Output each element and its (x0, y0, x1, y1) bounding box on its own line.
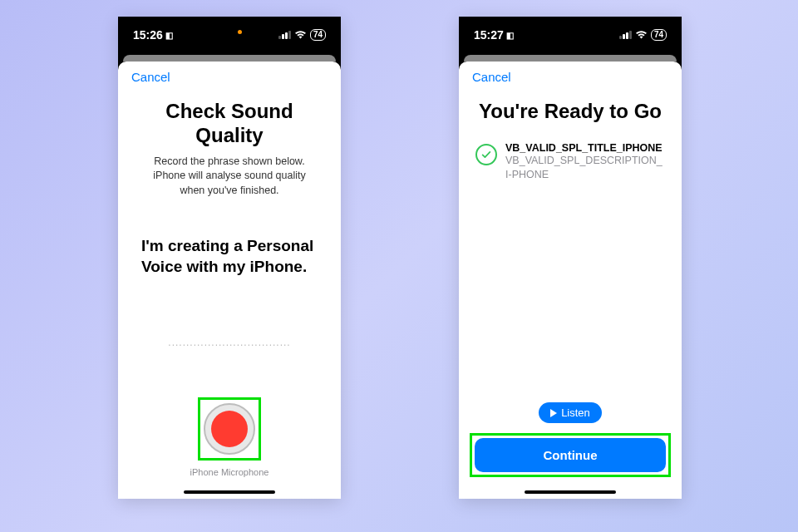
play-icon (550, 409, 557, 417)
sheet-background-peek (118, 53, 341, 62)
record-icon (211, 411, 248, 447)
validation-result-row: VB_VALID_SPL_TITLE_IPHONE VB_VALID_SPL_D… (459, 131, 682, 182)
location-icon: ◧ (506, 31, 514, 40)
status-bar: 15:26 ◧ 74 (118, 17, 341, 53)
wifi-icon (294, 28, 307, 42)
listen-button[interactable]: Listen (539, 402, 602, 423)
cellular-signal-icon (278, 31, 291, 39)
waveform-placeholder: .................................. (118, 337, 341, 348)
status-time: 15:26 (133, 28, 163, 42)
battery-indicator: 74 (651, 29, 667, 41)
checkmark-icon (475, 144, 497, 165)
phone-screenshot-left: 15:26 ◧ 74 Cancel Check Sound Quality Re… (118, 17, 341, 499)
record-button[interactable] (204, 403, 255, 455)
recording-phrase: I'm creating a Personal Voice with my iP… (118, 198, 341, 277)
wifi-icon (635, 28, 648, 42)
page-title: Check Sound Quality (118, 88, 341, 155)
home-indicator[interactable] (184, 490, 275, 494)
sheet-background-peek (459, 53, 682, 62)
cancel-button[interactable]: Cancel (131, 70, 170, 84)
tutorial-highlight (198, 397, 261, 461)
cancel-button[interactable]: Cancel (472, 70, 511, 84)
battery-indicator: 74 (310, 29, 326, 41)
status-bar: 15:27 ◧ 74 (459, 17, 682, 53)
location-icon: ◧ (165, 31, 173, 40)
cellular-signal-icon (619, 31, 632, 39)
sheet-content: Cancel You're Ready to Go VB_VALID_SPL_T… (459, 62, 682, 499)
validation-description: VB_VALID_SPL_DESCRIPTION_I-PHONE (505, 154, 665, 182)
home-indicator[interactable] (525, 490, 616, 494)
microphone-active-dot (238, 30, 242, 34)
phone-screenshot-right: 15:27 ◧ 74 Cancel You're Ready to Go VB_… (459, 17, 682, 499)
page-title: You're Ready to Go (459, 88, 682, 131)
listen-label: Listen (561, 406, 590, 419)
tutorial-highlight: Continue (470, 433, 671, 477)
status-time: 15:27 (474, 28, 504, 42)
sheet-content: Cancel Check Sound Quality Record the ph… (118, 62, 341, 499)
continue-button[interactable]: Continue (475, 438, 666, 472)
validation-title: VB_VALID_SPL_TITLE_IPHONE (505, 142, 665, 154)
page-subtitle: Record the phrase shown below. iPhone wi… (118, 155, 341, 199)
microphone-source-label: iPhone Microphone (190, 467, 269, 477)
